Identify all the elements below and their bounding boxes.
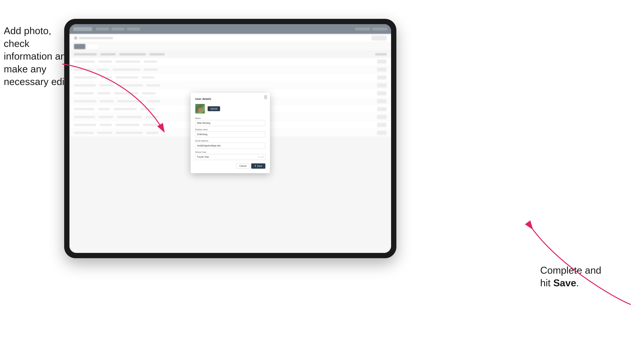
name-form-group: Name xyxy=(195,117,266,126)
modal-box: User details × Upload Name Display na xyxy=(191,93,270,173)
save-icon: ⬆ xyxy=(254,165,256,167)
annotation-left-line2: information and xyxy=(4,51,71,62)
display-name-input[interactable] xyxy=(195,131,266,137)
school-year-select-wrapper: First Year Second Year Third Year Fourth… xyxy=(195,154,266,160)
display-name-label: Display name xyxy=(195,128,266,131)
name-label: Name xyxy=(195,117,266,119)
display-name-form-group: Display name xyxy=(195,128,266,137)
annotation-right-end: . xyxy=(576,277,579,288)
user-photo-thumbnail xyxy=(195,104,205,114)
upload-photo-button[interactable]: Upload xyxy=(208,106,220,111)
save-button[interactable]: ⬆ Save xyxy=(251,163,266,169)
app-screen: User details × Upload Name Display na xyxy=(70,24,391,253)
annotation-right-line1: Complete and xyxy=(540,265,601,276)
annotation-right: Complete and hit Save. xyxy=(540,264,620,290)
modal-backdrop: User details × Upload Name Display na xyxy=(70,24,391,253)
cancel-button[interactable]: Cancel xyxy=(236,163,250,169)
save-button-label: Save xyxy=(257,165,262,167)
annotation-right-bold: Save xyxy=(553,277,576,288)
tablet-device: User details × Upload Name Display na xyxy=(64,19,396,258)
annotation-left-line3: make any xyxy=(4,63,46,74)
school-year-label: School Year xyxy=(195,151,266,153)
school-year-select[interactable]: First Year Second Year Third Year Fourth… xyxy=(195,154,266,160)
modal-footer: Cancel ⬆ Save xyxy=(195,163,266,169)
modal-title: User details xyxy=(195,97,266,100)
photo-section: Upload xyxy=(195,104,266,114)
school-year-form-group: School Year First Year Second Year Third… xyxy=(195,151,266,160)
annotation-right-line2: hit xyxy=(540,277,553,288)
tablet-screen: User details × Upload Name Display na xyxy=(70,24,391,253)
modal-close-button[interactable]: × xyxy=(264,95,267,99)
annotation-left-line1: Add photo, check xyxy=(4,25,51,49)
email-form-group: Email address xyxy=(195,140,266,149)
email-input[interactable] xyxy=(195,143,266,149)
name-input[interactable] xyxy=(195,120,266,126)
email-label: Email address xyxy=(195,140,266,142)
